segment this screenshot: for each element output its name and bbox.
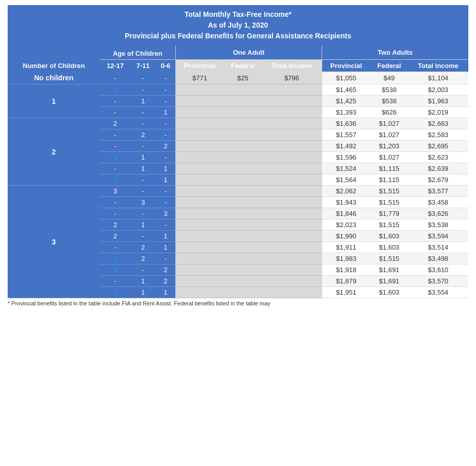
age-7-11-cell: - [130, 231, 155, 242]
one-adult-federal-label: Federal [231, 62, 255, 70]
two-adult-total-label: Total Income [418, 62, 458, 70]
two-adult-provincial-cell: $1,918 [322, 264, 371, 276]
one-adult-total-cell [262, 163, 322, 174]
one-adult-federal-cell [224, 219, 261, 231]
two-adult-federal-cell: $1,515 [371, 197, 408, 208]
one-adult-federal-cell [224, 253, 261, 264]
title-line1: Total Monthly Tax-Free Income* [185, 10, 292, 18]
age-12-17-cell: - [100, 208, 130, 219]
two-adult-federal-header: Federal [371, 60, 408, 72]
age-7-11-cell: - [130, 208, 155, 219]
two-adult-total-cell: $3,498 [408, 253, 468, 264]
age-12-17-cell: - [100, 197, 130, 208]
age-12-17-cell: 1 [100, 84, 130, 96]
age-12-17-cell: - [100, 72, 130, 84]
two-adult-federal-cell: $1,515 [371, 219, 408, 231]
two-adult-federal-cell: $1,115 [371, 163, 408, 174]
two-adult-federal-cell: $1,027 [371, 129, 408, 141]
age-0-6-cell: - [155, 118, 175, 129]
age-12-17-cell: - [100, 107, 130, 118]
age-0-6-cell: - [155, 129, 175, 141]
one-adult-federal-cell [224, 129, 261, 141]
footnote: * Provincial benefits listed in the tabl… [8, 298, 468, 308]
two-adult-total-cell: $2,639 [408, 163, 468, 174]
age-7-11-cell: 2 [130, 129, 155, 141]
one-adult-federal-cell [224, 264, 261, 276]
two-adult-total-cell: $3,514 [408, 242, 468, 253]
two-adult-provincial-cell: $1,557 [322, 129, 371, 141]
one-adult-total-cell [262, 118, 322, 129]
age-0-6-cell: - [155, 219, 175, 231]
one-adult-total-cell [262, 197, 322, 208]
one-adult-total-cell [262, 186, 322, 197]
two-adult-federal-cell: $1,603 [371, 287, 408, 298]
age-7-11-cell: 1 [130, 287, 155, 298]
age-0-6-cell: - [155, 84, 175, 96]
two-adult-provincial-cell: $1,951 [322, 287, 371, 298]
one-adult-provincial-cell [175, 107, 224, 118]
one-adult-provincial-cell [175, 118, 224, 129]
two-adult-federal-cell: $1,603 [371, 242, 408, 253]
one-adult-label: One Adult [233, 49, 265, 56]
two-adult-provincial-cell: $1,983 [322, 253, 371, 264]
age-0-6-cell: 1 [155, 287, 175, 298]
two-adult-federal-cell: $1,115 [371, 174, 408, 186]
age-12-17-cell: - [100, 242, 130, 253]
one-adult-provincial-header: Provincial [175, 60, 224, 72]
two-adult-federal-cell: $1,691 [371, 276, 408, 287]
two-adults-label: Two Adults [378, 49, 413, 56]
one-adult-provincial-cell [175, 197, 224, 208]
two-adult-federal-cell: $538 [371, 96, 408, 107]
num-children-value: No children [34, 74, 74, 82]
one-adult-provincial-cell [175, 163, 224, 174]
two-adult-provincial-cell: $1,846 [322, 208, 371, 219]
age-12-17-cell: 2 [100, 219, 130, 231]
title-line3: Provincial plus Federal Benefits for Gen… [125, 32, 351, 40]
two-adult-federal-cell: $538 [371, 84, 408, 96]
two-adult-provincial-header: Provincial [322, 60, 371, 72]
two-adult-federal-cell: $1,603 [371, 231, 408, 242]
age-0-6-cell: - [155, 197, 175, 208]
two-adult-federal-cell: $1,203 [371, 141, 408, 152]
one-adult-provincial-cell [175, 264, 224, 276]
age-7-11-cell: 1 [130, 276, 155, 287]
one-adult-total-label: Total Income [271, 62, 312, 70]
two-adult-total-cell: $2,019 [408, 107, 468, 118]
two-adult-federal-cell: $1,691 [371, 264, 408, 276]
age-7-11-cell: - [130, 107, 155, 118]
two-adult-federal-cell: $1,515 [371, 253, 408, 264]
two-adult-provincial-cell: $1,055 [322, 72, 371, 84]
two-adult-provincial-cell: $1,393 [322, 107, 371, 118]
age-0-6-cell: - [155, 253, 175, 264]
two-adult-total-cell: $3,570 [408, 276, 468, 287]
two-adult-federal-cell: $626 [371, 107, 408, 118]
age-0-6-cell: - [155, 96, 175, 107]
two-adult-total-cell: $1,104 [408, 72, 468, 84]
two-adult-provincial-label: Provincial [330, 62, 362, 70]
age-0-6-cell: 2 [155, 276, 175, 287]
age-7-11-cell: - [130, 118, 155, 129]
age-0-6-cell: 1 [155, 174, 175, 186]
one-adult-provincial-cell [175, 231, 224, 242]
two-adult-provincial-cell: $1,879 [322, 276, 371, 287]
one-adult-total-cell [262, 242, 322, 253]
one-adult-federal-cell [224, 276, 261, 287]
table-wrapper: Total Monthly Tax-Free Income* As of Jul… [0, 0, 476, 314]
two-adult-total-cell: $2,679 [408, 174, 468, 186]
age-12-17-cell: 1 [100, 174, 130, 186]
age-12-17-cell: 2 [100, 231, 130, 242]
table-title: Total Monthly Tax-Free Income* As of Jul… [8, 5, 468, 46]
one-adult-provincial-cell [175, 219, 224, 231]
two-adult-federal-cell: $1,515 [371, 186, 408, 197]
one-adult-provincial-cell [175, 208, 224, 219]
age-of-children-header: Age of Children [100, 46, 175, 60]
age-12-17-cell: - [100, 276, 130, 287]
age-12-17-cell: 1 [100, 287, 130, 298]
one-adult-federal-header: Federal [224, 60, 261, 72]
one-adult-federal-cell [224, 174, 261, 186]
two-adult-total-cell: $2,003 [408, 84, 468, 96]
age-7-11-cell: 1 [130, 152, 155, 163]
age-7-11-cell: 1 [130, 96, 155, 107]
two-adult-total-cell: $3,458 [408, 197, 468, 208]
two-adult-provincial-cell: $1,990 [322, 231, 371, 242]
